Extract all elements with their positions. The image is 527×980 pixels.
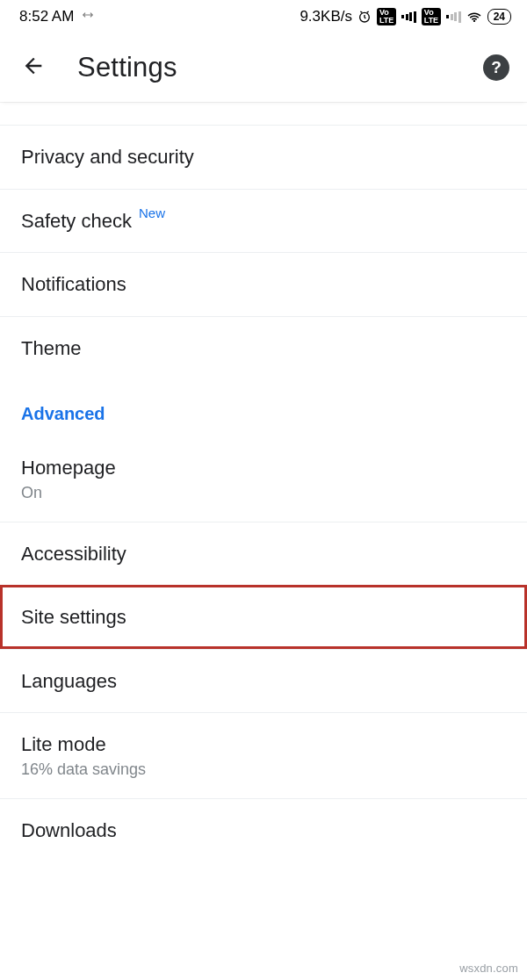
scroll-edge xyxy=(0,102,527,125)
battery-indicator: 24 xyxy=(487,9,511,25)
row-languages[interactable]: Languages xyxy=(0,649,527,713)
row-privacy-security[interactable]: Privacy and security xyxy=(0,125,527,189)
row-label: Accessibility xyxy=(21,542,506,566)
row-homepage[interactable]: Homepage On xyxy=(0,436,527,522)
row-sublabel: On xyxy=(21,484,506,502)
row-theme[interactable]: Theme xyxy=(0,316,527,380)
status-time: 8:52 AM xyxy=(19,8,74,25)
row-label: Languages xyxy=(21,669,506,694)
row-sublabel: 16% data savings xyxy=(21,760,506,779)
status-bar: 8:52 AM 9.3KB/s VoLTE VoLTE 24 xyxy=(0,0,527,33)
row-label: Notifications xyxy=(21,272,506,297)
row-site-settings[interactable]: Site settings xyxy=(0,585,527,649)
row-safety-check[interactable]: Safety checkNew xyxy=(0,189,527,253)
row-label: Safety checkNew xyxy=(21,209,506,234)
section-label: Advanced xyxy=(21,404,506,424)
page-title: Settings xyxy=(77,52,451,83)
signal-bars-1 xyxy=(401,11,416,23)
row-label: Lite mode xyxy=(21,732,506,757)
row-notifications[interactable]: Notifications xyxy=(0,252,527,316)
alarm-icon xyxy=(357,10,372,24)
row-label: Privacy and security xyxy=(21,145,506,169)
app-bar: Settings ? xyxy=(0,33,527,102)
new-badge: New xyxy=(139,205,165,220)
row-label: Site settings xyxy=(21,605,506,630)
signal-bars-2 xyxy=(446,11,461,23)
volte-icon-2: VoLTE xyxy=(422,8,441,25)
row-accessibility[interactable]: Accessibility xyxy=(0,522,527,586)
row-label: Theme xyxy=(21,336,506,361)
settings-list: Privacy and security Safety checkNew Not… xyxy=(0,125,527,868)
row-label: Homepage xyxy=(21,456,506,480)
battery-level: 24 xyxy=(494,11,505,23)
row-downloads[interactable]: Downloads xyxy=(0,798,527,869)
section-advanced: Advanced xyxy=(0,379,527,436)
watermark: wsxdn.com xyxy=(459,962,518,975)
auto-rotate-icon xyxy=(81,8,95,25)
volte-icon-1: VoLTE xyxy=(377,8,396,25)
row-lite-mode[interactable]: Lite mode 16% data savings xyxy=(0,712,527,798)
row-label: Downloads xyxy=(21,818,506,843)
help-button[interactable]: ? xyxy=(483,54,509,81)
wifi-icon xyxy=(466,9,482,25)
status-data-rate: 9.3KB/s xyxy=(300,8,352,25)
back-button[interactable] xyxy=(21,54,46,82)
